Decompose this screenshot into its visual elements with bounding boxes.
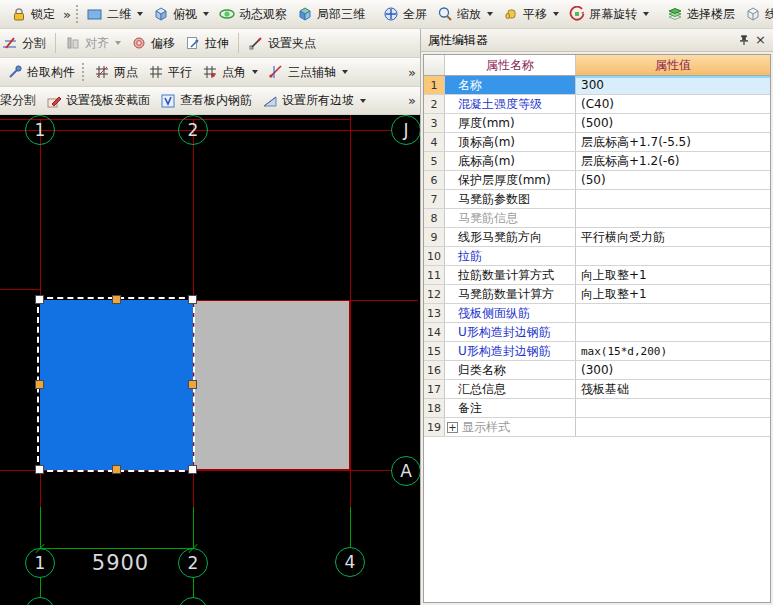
raft-slab[interactable] xyxy=(193,300,350,470)
pin-button[interactable] xyxy=(735,32,752,48)
mode-2d-button[interactable]: 二维 xyxy=(83,4,147,25)
row-number[interactable]: 14 xyxy=(424,323,445,341)
property-value-cell[interactable]: 平行横向受力筋 xyxy=(576,228,770,246)
toolbar-overflow-icon[interactable]: » xyxy=(405,93,419,108)
row-number[interactable]: 4 xyxy=(424,133,445,151)
property-value-cell[interactable]: max(15*d,200) xyxy=(576,342,770,360)
local-3d-button[interactable]: 局部三维 xyxy=(293,4,369,25)
raft-section-button[interactable]: 设置筏板变截面 xyxy=(42,90,154,111)
property-name-cell[interactable]: 混凝土强度等级 xyxy=(445,95,576,113)
property-name-cell[interactable]: 汇总信息 xyxy=(445,380,576,398)
three-point-aux-axis-button[interactable]: 三点辅轴 xyxy=(264,62,352,83)
zoom-button[interactable]: 缩放 xyxy=(433,4,497,25)
property-value-cell[interactable]: (500) xyxy=(576,114,770,132)
row-number[interactable]: 17 xyxy=(424,380,445,398)
corner-grip[interactable] xyxy=(35,295,44,304)
property-name-cell[interactable]: 保护层厚度(mm) xyxy=(445,171,576,189)
midpoint-grip[interactable] xyxy=(188,380,197,389)
property-value-cell[interactable] xyxy=(576,399,770,417)
property-name-cell[interactable]: 名称 xyxy=(445,76,576,94)
property-value-cell[interactable]: 筏板基础 xyxy=(576,380,770,398)
property-name-cell[interactable]: 归类名称 xyxy=(445,361,576,379)
top-view-button[interactable]: 俯视 xyxy=(149,4,213,25)
property-value-cell[interactable] xyxy=(576,247,770,265)
stretch-button[interactable]: 拉伸 xyxy=(181,33,233,54)
property-value-cell[interactable] xyxy=(576,209,770,227)
property-name-cell[interactable]: U形构造封边钢筋 xyxy=(445,323,576,341)
row-number[interactable]: 16 xyxy=(424,361,445,379)
two-point-axis-button[interactable]: 两点 xyxy=(90,62,142,83)
property-value-cell[interactable]: 层底标高+1.7(-5.5) xyxy=(576,133,770,151)
close-button[interactable]: × xyxy=(752,32,769,48)
property-name-cell[interactable]: 线形马凳筋方向 xyxy=(445,228,576,246)
row-number[interactable]: 7 xyxy=(424,190,445,208)
midpoint-grip[interactable] xyxy=(112,465,121,474)
property-value-cell[interactable] xyxy=(576,323,770,341)
property-value-cell[interactable]: (300) xyxy=(576,361,770,379)
row-number[interactable]: 12 xyxy=(424,285,445,303)
dropdown-arrow-icon[interactable] xyxy=(342,70,348,74)
property-name-cell[interactable]: 马凳筋数量计算方 xyxy=(445,285,576,303)
dropdown-arrow-icon[interactable] xyxy=(252,70,258,74)
fullscreen-button[interactable]: 全屏 xyxy=(379,4,431,25)
property-value-cell[interactable]: 向上取整+1 xyxy=(576,266,770,284)
property-value-cell[interactable]: (C40) xyxy=(576,95,770,113)
corner-grip[interactable] xyxy=(188,295,197,304)
property-value-cell[interactable]: 层底标高+1.2(-6) xyxy=(576,152,770,170)
row-number[interactable]: 6 xyxy=(424,171,445,189)
orbit-button[interactable]: 动态观察 xyxy=(215,4,291,25)
drawing-canvas[interactable]: 5900 1 2 J A 1 2 4 1 2 xyxy=(0,115,420,605)
pan-button[interactable]: 平移 xyxy=(499,4,563,25)
property-value-cell[interactable] xyxy=(576,418,770,436)
set-all-slopes-button[interactable]: 设置所有边坡 xyxy=(258,90,370,111)
parallel-axis-button[interactable]: 平行 xyxy=(144,62,196,83)
row-number[interactable]: 10 xyxy=(424,247,445,265)
split-button[interactable]: 分割 xyxy=(0,33,50,54)
row-number[interactable]: 5 xyxy=(424,152,445,170)
row-number[interactable]: 18 xyxy=(424,399,445,417)
row-number[interactable]: 15 xyxy=(424,342,445,360)
point-angle-axis-button[interactable]: 点角 xyxy=(198,62,262,83)
row-number[interactable]: 3 xyxy=(424,114,445,132)
select-floors-button[interactable]: 选择楼层 xyxy=(663,4,739,25)
dropdown-arrow-icon[interactable] xyxy=(360,99,366,103)
property-name-cell[interactable]: 顶标高(m) xyxy=(445,133,576,151)
screen-rotate-button[interactable]: 屏幕旋转 xyxy=(565,4,653,25)
dropdown-arrow-icon[interactable] xyxy=(203,12,209,16)
dropdown-arrow-icon[interactable] xyxy=(137,12,143,16)
dropdown-arrow-icon[interactable] xyxy=(643,12,649,16)
property-value-cell[interactable]: 300 xyxy=(576,76,770,94)
row-number[interactable]: 1 xyxy=(424,76,445,94)
expand-icon[interactable]: + xyxy=(447,422,458,433)
property-name-cell[interactable]: 底标高(m) xyxy=(445,152,576,170)
property-name-cell[interactable]: 备注 xyxy=(445,399,576,417)
property-name-cell[interactable]: 马凳筋参数图 xyxy=(445,190,576,208)
property-value-cell[interactable]: (50) xyxy=(576,171,770,189)
corner-grip[interactable] xyxy=(35,465,44,474)
property-name-cell[interactable]: 马凳筋信息 xyxy=(445,209,576,227)
dropdown-arrow-icon[interactable] xyxy=(553,12,559,16)
property-name-cell[interactable]: 筏板侧面纵筋 xyxy=(445,304,576,322)
row-number[interactable]: 11 xyxy=(424,266,445,284)
property-value-cell[interactable] xyxy=(576,190,770,208)
wireframe-button[interactable]: 线框 xyxy=(741,4,773,25)
row-number[interactable]: 9 xyxy=(424,228,445,246)
row-number[interactable]: 13 xyxy=(424,304,445,322)
align-button[interactable]: 对齐 xyxy=(61,33,125,54)
row-number[interactable]: 2 xyxy=(424,95,445,113)
property-name-cell[interactable]: 拉筋 xyxy=(445,247,576,265)
dropdown-arrow-icon[interactable] xyxy=(115,41,121,45)
beam-split-button[interactable]: 梁分割 xyxy=(0,90,40,111)
dropdown-arrow-icon[interactable] xyxy=(487,12,493,16)
property-name-cell[interactable]: U形构造封边钢筋 xyxy=(445,342,576,360)
corner-grip[interactable] xyxy=(188,465,197,474)
property-value-cell[interactable]: 向上取整+1 xyxy=(576,285,770,303)
property-name-cell[interactable]: +显示样式 xyxy=(445,418,576,436)
set-grips-button[interactable]: 设置夹点 xyxy=(244,33,320,54)
pick-component-button[interactable]: 拾取构件 xyxy=(3,62,79,83)
property-value-cell[interactable] xyxy=(576,304,770,322)
midpoint-grip[interactable] xyxy=(35,380,44,389)
row-number[interactable]: 19 xyxy=(424,418,445,436)
toolbar-overflow-icon[interactable]: » xyxy=(405,65,419,80)
row-number[interactable]: 8 xyxy=(424,209,445,227)
